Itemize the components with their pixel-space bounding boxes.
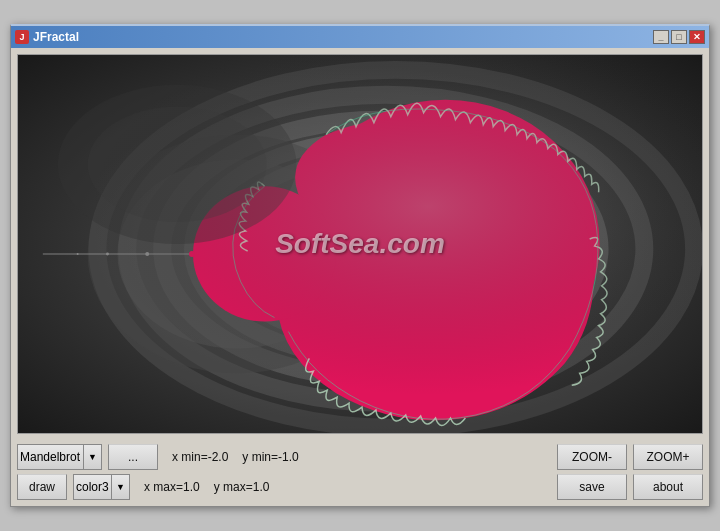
svg-rect-17 [18, 55, 702, 433]
app-icon: J [15, 30, 29, 44]
color-select[interactable]: color3 color1 color2 [73, 474, 112, 500]
x-min-label: x min=-2.0 [172, 450, 228, 464]
title-bar: J JFractal _ □ ✕ [11, 26, 709, 48]
x-max-label: x max=1.0 [144, 480, 200, 494]
title-bar-buttons: _ □ ✕ [653, 30, 705, 44]
title-bar-left: J JFractal [15, 30, 79, 44]
fractal-canvas: SoftSea.com [17, 54, 703, 434]
app-window: J JFractal _ □ ✕ [10, 24, 710, 507]
controls-row-1: Mandelbrot Julia ▼ ... x min=-2.0 y min=… [17, 444, 703, 470]
about-button[interactable]: about [633, 474, 703, 500]
draw-button[interactable]: draw [17, 474, 67, 500]
y-max-label: y max=1.0 [214, 480, 270, 494]
fractal-type-select[interactable]: Mandelbrot Julia [17, 444, 84, 470]
fractal-type-select-wrapper[interactable]: Mandelbrot Julia ▼ [17, 444, 102, 470]
fractal-type-dropdown-arrow[interactable]: ▼ [84, 444, 102, 470]
close-button[interactable]: ✕ [689, 30, 705, 44]
controls-row-2: draw color3 color1 color2 ▼ x max=1.0 y … [17, 474, 703, 500]
window-title: JFractal [33, 30, 79, 44]
controls-panel: Mandelbrot Julia ▼ ... x min=-2.0 y min=… [11, 440, 709, 506]
zoom-minus-button[interactable]: ZOOM- [557, 444, 627, 470]
color-select-wrapper[interactable]: color3 color1 color2 ▼ [73, 474, 130, 500]
save-button[interactable]: save [557, 474, 627, 500]
restore-button[interactable]: □ [671, 30, 687, 44]
dots-button[interactable]: ... [108, 444, 158, 470]
minimize-button[interactable]: _ [653, 30, 669, 44]
color-dropdown-arrow[interactable]: ▼ [112, 474, 130, 500]
y-min-label: y min=-1.0 [242, 450, 298, 464]
fractal-image [18, 55, 702, 433]
zoom-plus-button[interactable]: ZOOM+ [633, 444, 703, 470]
